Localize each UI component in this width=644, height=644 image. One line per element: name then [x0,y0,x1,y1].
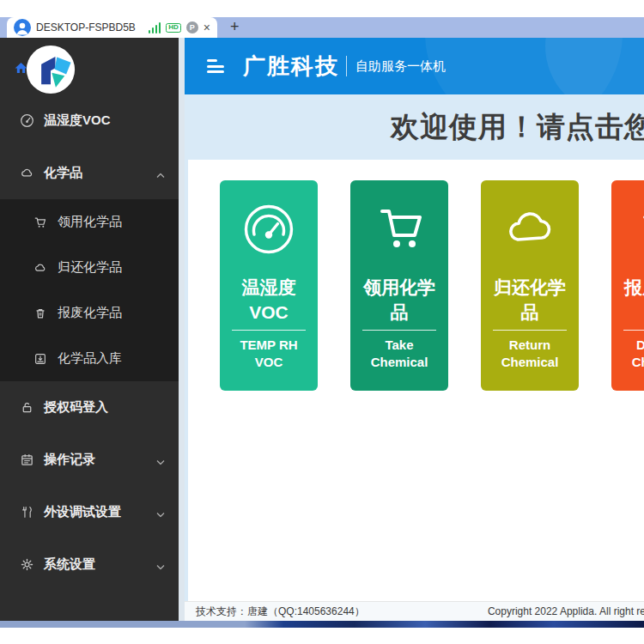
card-return-chemical[interactable]: 归还化学品 Return Chemical [481,180,579,391]
card-row: 温湿度VOC TEMP RH VOC 领用化学品 Take Chemical [188,160,644,391]
collapse-menu-icon[interactable] [207,59,224,73]
gear-icon [19,557,34,572]
sidebar-item-auth-login[interactable]: 授权码登入 [0,381,179,434]
chevron-up-icon [156,166,165,180]
cloud-icon [502,199,557,259]
trash-icon [633,199,644,259]
remote-desktop-view: 温湿度VOC 化学品 领用化学品 [0,38,644,621]
trash-icon [33,307,48,320]
card-take-chemical[interactable]: 领用化学品 Take Chemical [350,180,448,391]
edge-strip [179,38,185,621]
user-avatar-icon [14,19,31,36]
sidebar-item-discard-chemical[interactable]: 报废化学品 [0,290,179,336]
signal-strength-icon [149,22,161,33]
card-title-zh: 报废化学品 [619,275,644,325]
p-badge: P [186,21,198,33]
sidebar-nav: 温湿度VOC 化学品 领用化学品 [0,94,179,591]
card-divider [623,330,644,331]
card-title-en: Return Chemical [487,337,573,371]
screen: DESKTOP-FSPBD5B HD P × + [0,0,644,644]
main-area: 广胜科技 自助服务一体机 欢迎使用！请点击您想 温湿度VOC [179,38,644,621]
function-panel: 温湿度VOC TEMP RH VOC 领用化学品 Take Chemical [188,160,644,601]
card-destroy-chemical[interactable]: 报废化学品 Destroy Chemical [611,180,644,391]
sidebar-item-temp-voc[interactable]: 温湿度VOC [0,94,179,147]
gauge-icon [241,199,296,259]
chevron-down-icon [156,557,165,572]
sidebar-item-label: 化学品 [44,165,82,181]
card-title-zh: 归还化学品 [489,275,571,325]
sidebar-item-peripheral-settings[interactable]: 外设调试设置 [0,486,179,538]
sidebar-item-label: 报废化学品 [58,305,122,321]
welcome-banner: 欢迎使用！请点击您想 [185,94,644,160]
session-tab[interactable]: DESKTOP-FSPBD5B HD P × [7,17,217,38]
card-title-en: TEMP RH VOC [226,337,312,371]
card-title-en: Destroy Chemical [617,337,644,371]
sidebar: 温湿度VOC 化学品 领用化学品 [0,38,179,621]
header-divider [346,56,347,76]
card-title-en: Take Chemical [356,337,442,371]
tab-bar: DESKTOP-FSPBD5B HD P × + [0,17,644,38]
cloud-icon [33,261,48,275]
app-header: 广胜科技 自助服务一体机 [185,38,644,94]
sidebar-item-label: 温湿度VOC [44,112,111,129]
gauge-icon [19,113,34,128]
hd-badge: HD [166,23,181,33]
welcome-text: 欢迎使用！请点击您想 [391,108,644,147]
support-text: 技术支持：唐建（QQ:1405636244） [196,605,365,619]
sidebar-item-take-chemical[interactable]: 领用化学品 [0,199,179,245]
brand-title: 广胜科技 [243,52,339,82]
tab-title: DESKTOP-FSPBD5B [36,21,136,33]
cart-icon [33,216,48,229]
close-tab-icon[interactable]: × [204,21,210,33]
new-tab-button[interactable]: + [230,18,240,36]
sidebar-item-system-settings[interactable]: 系统设置 [0,538,179,591]
header-decoration-circle [425,38,623,94]
card-temp-rh-voc[interactable]: 温湿度VOC TEMP RH VOC [220,180,318,391]
footer: 技术支持：唐建（QQ:1405636244） Copyright 2022 Ap… [185,601,644,621]
card-divider [493,330,567,331]
sidebar-item-label: 领用化学品 [58,214,122,230]
sidebar-item-operation-log[interactable]: 操作记录 [0,434,179,486]
sidebar-item-label: 化学品入库 [58,350,122,367]
cart-icon [372,199,427,259]
calendar-icon [19,453,34,467]
sidebar-item-chemical[interactable]: 化学品 [0,147,179,199]
sidebar-item-label: 归还化学品 [58,259,122,276]
chevron-down-icon [156,505,165,519]
lock-icon [19,400,34,415]
card-title-zh: 温湿度VOC [228,275,310,325]
sidebar-item-return-chemical[interactable]: 归还化学品 [0,245,179,290]
chemical-submenu: 领用化学品 归还化学品 报废化学品 [0,199,179,381]
logo-block [0,38,179,94]
utensils-icon [19,505,34,519]
app-logo [26,45,76,94]
inbox-down-icon [33,352,48,366]
card-divider [362,330,436,331]
card-title-zh: 领用化学品 [358,275,440,325]
sidebar-item-chemical-inbound[interactable]: 化学品入库 [0,336,179,381]
copyright-text: Copyright 2022 Applida. All right re [488,605,644,617]
sidebar-item-label: 外设调试设置 [44,504,121,520]
cloud-icon [19,166,34,180]
chevron-down-icon [156,453,165,467]
sidebar-item-label: 系统设置 [44,556,95,573]
sidebar-item-label: 操作记录 [44,452,95,468]
taskbar-strip [0,621,644,628]
sidebar-item-label: 授权码登入 [44,399,108,416]
card-divider [232,330,306,331]
